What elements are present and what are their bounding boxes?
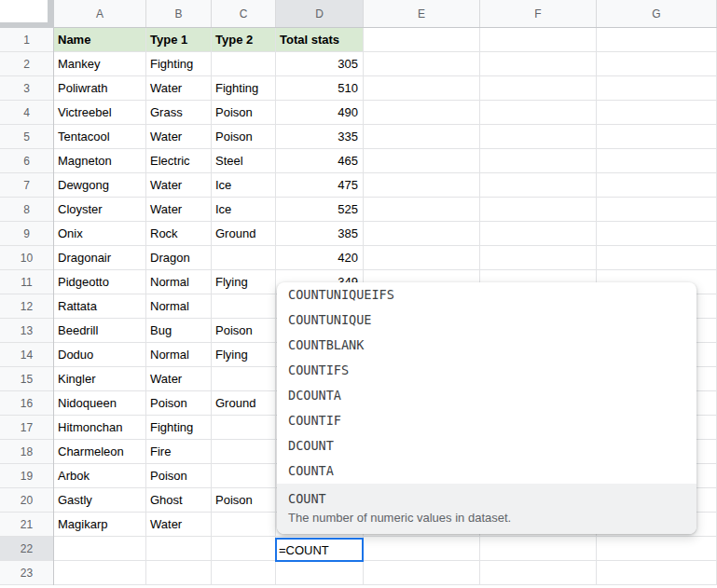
cell-A16[interactable]: Nidoqueen xyxy=(54,391,146,416)
cell-G22[interactable] xyxy=(597,537,717,561)
row-header-14[interactable]: 14 xyxy=(0,343,53,367)
cell-A5[interactable]: Tentacool xyxy=(54,125,146,149)
cell-C22[interactable] xyxy=(212,537,276,561)
cell-F2[interactable] xyxy=(480,52,597,76)
cell-A9[interactable]: Onix xyxy=(54,222,146,246)
cell-E2[interactable] xyxy=(364,52,480,76)
cell-B5[interactable]: Water xyxy=(146,125,212,149)
row-header-1[interactable]: 1 xyxy=(0,28,53,52)
row-header-19[interactable]: 19 xyxy=(0,464,53,488)
autocomplete-item-COUNTIF[interactable]: COUNTIF xyxy=(277,408,696,433)
cell-B18[interactable]: Fire xyxy=(146,440,212,464)
column-header-C[interactable]: C xyxy=(212,0,276,27)
row-header-20[interactable]: 20 xyxy=(0,488,53,513)
cell-C3[interactable]: Fighting xyxy=(212,76,276,101)
cell-B22[interactable] xyxy=(146,537,212,561)
row-header-23[interactable]: 23 xyxy=(0,561,53,585)
column-header-D[interactable]: D xyxy=(276,0,364,27)
cell-G6[interactable] xyxy=(597,149,717,173)
cell-C9[interactable]: Ground xyxy=(212,222,276,246)
cell-D10[interactable]: 420 xyxy=(276,246,364,270)
cell-A1[interactable]: Name xyxy=(54,28,146,52)
cell-C7[interactable]: Ice xyxy=(212,173,276,198)
column-header-B[interactable]: B xyxy=(146,0,212,27)
cell-F7[interactable] xyxy=(480,173,597,198)
active-cell-editor[interactable]: =COUNT xyxy=(275,538,364,562)
column-header-F[interactable]: F xyxy=(480,0,597,27)
cell-D2[interactable]: 305 xyxy=(276,52,364,76)
cell-C16[interactable]: Ground xyxy=(212,391,276,416)
cell-A7[interactable]: Dewgong xyxy=(54,173,146,198)
cell-E22[interactable] xyxy=(364,537,480,561)
cell-E23[interactable] xyxy=(364,561,480,585)
cell-B3[interactable]: Water xyxy=(146,76,212,101)
cell-D9[interactable]: 385 xyxy=(276,222,364,246)
cell-C6[interactable]: Steel xyxy=(212,149,276,173)
cell-A21[interactable]: Magikarp xyxy=(54,513,146,537)
cell-A3[interactable]: Poliwrath xyxy=(54,76,146,101)
cell-F3[interactable] xyxy=(480,76,597,101)
cell-B23[interactable] xyxy=(146,561,212,585)
cell-E6[interactable] xyxy=(364,149,480,173)
cell-A22[interactable] xyxy=(54,537,146,561)
cell-F10[interactable] xyxy=(480,246,597,270)
cell-F22[interactable] xyxy=(480,537,597,561)
row-header-8[interactable]: 8 xyxy=(0,198,53,222)
cell-E4[interactable] xyxy=(364,101,480,125)
cell-A13[interactable]: Beedrill xyxy=(54,319,146,343)
cell-A20[interactable]: Gastly xyxy=(54,488,146,513)
cell-B14[interactable]: Normal xyxy=(146,343,212,367)
row-header-18[interactable]: 18 xyxy=(0,440,53,464)
cell-B19[interactable]: Poison xyxy=(146,464,212,488)
cell-B7[interactable]: Water xyxy=(146,173,212,198)
cell-F4[interactable] xyxy=(480,101,597,125)
cell-D23[interactable] xyxy=(276,561,364,585)
cell-B20[interactable]: Ghost xyxy=(146,488,212,513)
cell-C8[interactable]: Ice xyxy=(212,198,276,222)
cell-G8[interactable] xyxy=(597,198,717,222)
cell-D6[interactable]: 465 xyxy=(276,149,364,173)
cell-C5[interactable]: Poison xyxy=(212,125,276,149)
autocomplete-selected-item[interactable]: COUNT The number of numeric values in da… xyxy=(277,484,696,534)
cell-G9[interactable] xyxy=(597,222,717,246)
cell-D3[interactable]: 510 xyxy=(276,76,364,101)
row-header-10[interactable]: 10 xyxy=(0,246,53,270)
cell-G1[interactable] xyxy=(597,28,717,52)
cell-A10[interactable]: Dragonair xyxy=(54,246,146,270)
cell-B8[interactable]: Water xyxy=(146,198,212,222)
row-header-2[interactable]: 2 xyxy=(0,52,53,76)
row-header-15[interactable]: 15 xyxy=(0,367,53,391)
column-header-G[interactable]: G xyxy=(597,0,717,27)
cell-E10[interactable] xyxy=(364,246,480,270)
cell-C20[interactable]: Poison xyxy=(212,488,276,513)
cell-B2[interactable]: Fighting xyxy=(146,52,212,76)
autocomplete-item-COUNTA[interactable]: COUNTA xyxy=(277,458,696,484)
cell-A4[interactable]: Victreebel xyxy=(54,101,146,125)
row-header-7[interactable]: 7 xyxy=(0,173,53,198)
row-header-11[interactable]: 11 xyxy=(0,270,53,294)
cell-C4[interactable]: Poison xyxy=(212,101,276,125)
cell-C15[interactable] xyxy=(212,367,276,391)
cell-A23[interactable] xyxy=(54,561,146,585)
cell-B9[interactable]: Rock xyxy=(146,222,212,246)
cell-A12[interactable]: Rattata xyxy=(54,294,146,319)
cell-C12[interactable] xyxy=(212,294,276,319)
cell-D1[interactable]: Total stats xyxy=(276,28,364,52)
cell-C17[interactable] xyxy=(212,416,276,440)
autocomplete-item-DCOUNT[interactable]: DCOUNT xyxy=(277,433,696,458)
cell-A6[interactable]: Magneton xyxy=(54,149,146,173)
cell-G7[interactable] xyxy=(597,173,717,198)
cell-A14[interactable]: Doduo xyxy=(54,343,146,367)
cell-A8[interactable]: Cloyster xyxy=(54,198,146,222)
cell-E3[interactable] xyxy=(364,76,480,101)
column-header-E[interactable]: E xyxy=(364,0,480,27)
row-header-12[interactable]: 12 xyxy=(0,294,53,319)
select-all-corner[interactable] xyxy=(0,0,54,28)
cell-C23[interactable] xyxy=(212,561,276,585)
cell-D5[interactable]: 335 xyxy=(276,125,364,149)
row-header-4[interactable]: 4 xyxy=(0,101,53,125)
cell-E1[interactable] xyxy=(364,28,480,52)
cell-F23[interactable] xyxy=(480,561,597,585)
row-header-16[interactable]: 16 xyxy=(0,391,53,416)
row-header-9[interactable]: 9 xyxy=(0,222,53,246)
